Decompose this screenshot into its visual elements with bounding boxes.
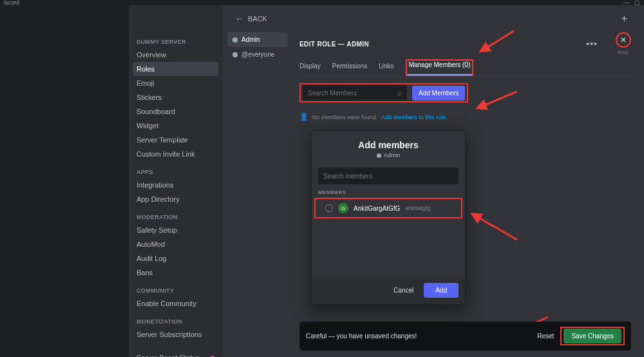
settings-sidebar: DUMMY SERVER Overview Roles Emoji Sticke… (129, 5, 222, 357)
sidebar-item-safety[interactable]: Safety Setup (133, 223, 218, 237)
unsaved-text: Careful — you have unsaved changes! (306, 333, 417, 340)
add-members-modal: Add members Admin MEMBERS G (311, 130, 466, 305)
sidebar-item-custom-invite[interactable]: Custom Invite Link (133, 147, 218, 161)
role-color-dot-icon (232, 52, 238, 57)
sidebar-item-stickers[interactable]: Stickers (133, 90, 218, 104)
modal-search-input[interactable] (318, 168, 459, 184)
sidebar-item-audit-log[interactable]: Audit Log (133, 251, 218, 265)
role-label: Admin (242, 36, 260, 43)
role-color-dot-icon (232, 37, 238, 43)
role-item-admin[interactable]: Admin (227, 32, 288, 47)
member-checkbox[interactable] (325, 204, 333, 212)
section-monetization: MONETIZATION (137, 318, 218, 325)
page-title: EDIT ROLE — ADMIN (299, 41, 369, 48)
back-button[interactable]: ← BACK (235, 14, 267, 24)
esc-label: ESC (618, 50, 629, 55)
role-label: @everyone (242, 51, 274, 58)
role-color-dot-icon (377, 153, 381, 158)
sidebar-item-overview[interactable]: Overview (133, 48, 218, 62)
sidebar-item-widget[interactable]: Widget (133, 119, 218, 133)
add-button[interactable]: Add (424, 283, 459, 298)
modal-subtitle: Admin (318, 152, 459, 159)
no-members-message: 👤 No members were found. Add members to … (299, 113, 631, 121)
sidebar-item-subscriptions[interactable]: Server Subscriptions (133, 327, 218, 342)
content-panel: ← BACK + Admin @everyone EDIT ROLE — ADM… (222, 5, 644, 357)
add-role-button[interactable]: + (621, 13, 627, 24)
guild-bar-spacer (0, 5, 129, 357)
svg-line-1 (477, 92, 517, 108)
role-list: Admin @everyone (222, 24, 293, 357)
add-members-link[interactable]: Add members to this role. (381, 114, 448, 121)
close-button[interactable]: ✕ (616, 32, 631, 48)
annotation-arrow-icon (468, 210, 520, 242)
members-section-label: MEMBERS (318, 189, 459, 195)
member-tag: ankitatgfg (405, 205, 430, 211)
modal-search-field[interactable] (323, 173, 453, 180)
role-tabs: Display Permissions Links Manage Members… (299, 59, 631, 77)
person-icon: 👤 (299, 113, 308, 121)
search-icon: ⌕ (397, 88, 402, 97)
member-name: AnkitGargAtGfG (354, 205, 400, 212)
add-members-button[interactable]: Add Members (412, 86, 465, 101)
section-moderation: MODERATION (137, 214, 218, 220)
member-search-input[interactable]: ⌕ (303, 85, 407, 101)
cancel-button[interactable]: Cancel (388, 283, 419, 298)
tab-display[interactable]: Display (299, 59, 321, 76)
tab-permissions[interactable]: Permissions (332, 59, 367, 76)
member-row[interactable]: G AnkitGargAtGfG ankitatgfg (321, 200, 455, 217)
modal-title: Add members (318, 140, 459, 150)
search-field[interactable] (308, 90, 397, 97)
sidebar-item-automod[interactable]: AutoMod (133, 237, 218, 251)
section-apps: APPS (137, 169, 218, 175)
avatar: G (338, 203, 348, 213)
more-options-button[interactable]: ••• (586, 39, 598, 49)
sidebar-item-integrations[interactable]: Integrations (133, 178, 218, 192)
reset-button[interactable]: Reset (537, 333, 554, 340)
section-server: DUMMY SERVER (137, 39, 218, 45)
sidebar-item-enable-community[interactable]: Enable Community (133, 296, 218, 311)
role-editor: EDIT ROLE — ADMIN ••• ✕ ESC Display Perm… (293, 24, 644, 357)
sidebar-item-emoji[interactable]: Emoji (133, 76, 218, 90)
sidebar-item-server-template[interactable]: Server Template (133, 133, 218, 147)
tab-links[interactable]: Links (379, 59, 393, 76)
tab-manage-members[interactable]: Manage Members (0) (406, 59, 474, 76)
no-members-text: No members were found. (312, 114, 377, 121)
save-changes-button[interactable]: Save Changes (564, 329, 621, 343)
sidebar-item-roles[interactable]: Roles (133, 62, 218, 76)
back-label: BACK (248, 15, 267, 23)
annotation-arrow-icon (473, 89, 518, 115)
unsaved-changes-bar: Careful — you have unsaved changes! Rese… (299, 322, 631, 351)
sidebar-item-boost[interactable]: Server Boost Status (133, 351, 218, 357)
sidebar-item-bans[interactable]: Bans (133, 265, 218, 280)
role-item-everyone[interactable]: @everyone (227, 47, 288, 62)
sidebar-item-soundboard[interactable]: Soundboard (133, 104, 218, 119)
sidebar-item-app-directory[interactable]: App Directory (133, 192, 218, 206)
svg-line-2 (472, 214, 517, 240)
arrow-left-icon: ← (235, 14, 244, 24)
section-community: COMMUNITY (137, 287, 218, 294)
